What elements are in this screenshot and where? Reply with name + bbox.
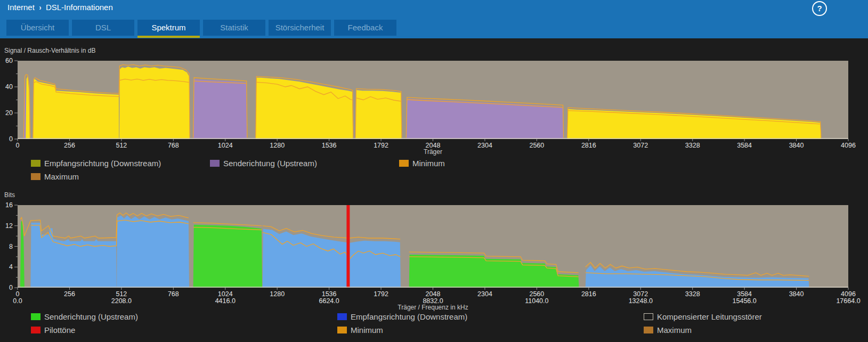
svg-text:3072: 3072 [633,290,648,298]
legend-swatch-icon [31,313,40,320]
svg-text:3840: 3840 [789,290,804,298]
legend-item: Kompensierter Leitungsstörer [644,311,762,322]
legend-label: Pilottöne [44,325,75,335]
svg-text:12: 12 [5,222,13,230]
breadcrumb-internet[interactable]: Internet [7,3,35,12]
svg-text:4096: 4096 [841,290,856,298]
legend-item: Minimum [399,158,445,169]
svg-text:16: 16 [5,201,13,209]
tab-st-rsicherheit[interactable]: Störsicherheit [269,20,331,36]
legend-swatch-icon [644,313,653,320]
page-header: Internet › DSL-Informationen ? [0,0,868,16]
bits-chart: 0481216025651276810241280153617922048230… [0,200,868,311]
svg-text:512: 512 [116,290,127,298]
legend-label: Minimum [351,325,383,335]
svg-text:1280: 1280 [270,142,285,149]
tab-bar: ÜbersichtDSLSpektrumStatistikStörsicherh… [0,16,868,38]
svg-text:13248.0: 13248.0 [629,297,653,305]
svg-text:768: 768 [168,290,179,298]
legend-label: Maximum [44,172,79,181]
legend-label: Empfangsrichtung (Downstream) [351,312,467,321]
svg-text:Träger: Träger [424,148,442,156]
svg-text:1024: 1024 [218,290,233,298]
svg-text:1280: 1280 [270,290,285,298]
svg-text:2208.0: 2208.0 [111,297,132,305]
tab-feedback[interactable]: Feedback [334,20,396,36]
svg-text:0: 0 [9,135,13,143]
svg-text:20: 20 [5,109,13,117]
legend-swatch-icon [337,327,347,333]
svg-text:15456.0: 15456.0 [733,297,757,305]
svg-text:256: 256 [64,142,75,149]
svg-text:2304: 2304 [477,290,492,298]
legend-item: Senderichtung (Upstream) [31,311,337,322]
legend-swatch-icon [210,160,220,167]
tab--bersicht[interactable]: Übersicht [6,20,69,36]
chevron-right-icon: › [39,3,41,12]
svg-text:2560: 2560 [529,290,544,298]
svg-text:2816: 2816 [581,290,596,298]
snr-chart-legend: Empfangsrichtung (Downstream)Senderichtu… [31,158,445,184]
legend-label: Kompensierter Leitungsstörer [657,312,762,321]
svg-text:3328: 3328 [685,290,700,298]
svg-text:2048: 2048 [426,290,441,298]
legend-item: Maximum [31,171,210,182]
svg-text:11040.0: 11040.0 [525,297,548,305]
tab-statistik[interactable]: Statistik [203,20,265,36]
svg-text:40: 40 [5,83,13,91]
legend-item: Pilottöne [31,324,337,336]
breadcrumb-dsl-informationen: DSL-Informationen [46,3,113,12]
svg-text:1792: 1792 [374,142,388,149]
tab-dsl[interactable]: DSL [72,20,134,36]
dsl-information-page: Internet › DSL-Informationen ? Übersicht… [0,0,868,342]
legend-swatch-icon [31,173,40,180]
svg-text:0.0: 0.0 [13,297,22,305]
legend-swatch-icon [31,327,40,333]
svg-text:2816: 2816 [581,142,596,149]
svg-text:4: 4 [9,263,13,271]
legend-item: Empfangsrichtung (Downstream) [31,158,210,169]
svg-text:1024: 1024 [218,142,233,149]
bits-chart-legend: Senderichtung (Upstream)Empfangsrichtung… [31,311,762,338]
legend-label: Minimum [412,159,445,168]
tab-spektrum[interactable]: Spektrum [137,20,200,38]
legend-item: Minimum [337,324,644,336]
svg-text:8: 8 [9,243,13,250]
svg-text:0: 0 [16,142,20,149]
svg-text:1536: 1536 [322,290,337,298]
svg-text:3328: 3328 [685,142,700,149]
svg-text:2304: 2304 [477,142,492,149]
legend-label: Maximum [657,325,692,335]
svg-text:0: 0 [9,284,13,291]
legend-item: Senderichtung (Upstream) [210,158,399,169]
legend-item: Maximum [644,324,762,336]
svg-text:3840: 3840 [789,142,804,149]
svg-text:768: 768 [168,142,179,149]
snr-chart-title: Signal / Rausch-Verhältnis in dB [4,47,95,54]
legend-swatch-icon [644,327,653,333]
bits-chart-title: Bits [4,191,15,199]
legend-swatch-icon [399,160,409,167]
legend-swatch-icon [31,160,40,167]
legend-label: Empfangsrichtung (Downstream) [44,159,161,168]
svg-text:3584: 3584 [737,290,752,298]
breadcrumb: Internet › DSL-Informationen [7,3,113,12]
svg-text:3584: 3584 [737,142,752,149]
legend-label: Senderichtung (Upstream) [44,312,138,321]
svg-text:4416.0: 4416.0 [215,297,236,305]
svg-text:256: 256 [64,290,75,298]
svg-text:6624.0: 6624.0 [319,297,339,305]
svg-text:4096: 4096 [841,142,856,149]
svg-text:3072: 3072 [633,142,648,149]
help-icon[interactable]: ? [812,1,827,16]
svg-text:0: 0 [16,290,20,298]
legend-swatch-icon [337,313,347,320]
svg-text:1536: 1536 [322,142,337,149]
snr-chart: 0204060025651276810241280153617922048230… [0,55,868,156]
svg-text:Träger / Frequenz in kHz: Träger / Frequenz in kHz [398,304,468,311]
svg-text:512: 512 [116,142,127,149]
svg-text:1792: 1792 [374,290,388,298]
svg-text:60: 60 [5,57,13,64]
svg-text:2560: 2560 [529,142,544,149]
legend-item: Empfangsrichtung (Downstream) [337,311,644,322]
